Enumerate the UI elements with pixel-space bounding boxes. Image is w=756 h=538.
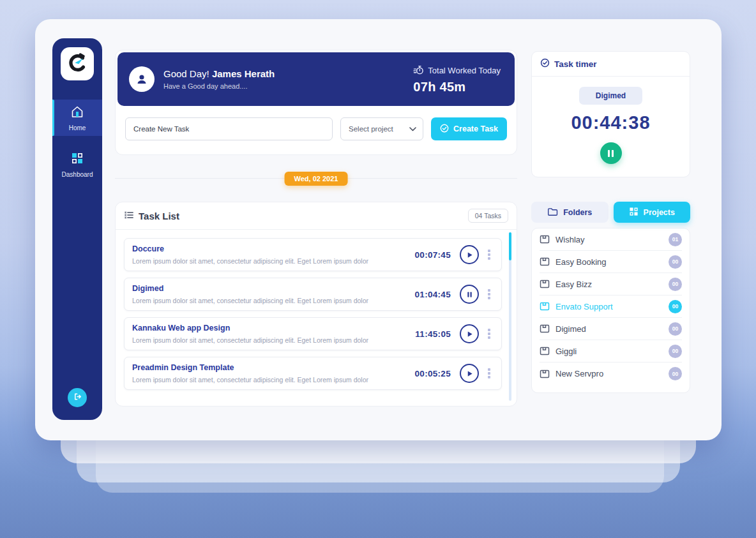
project-item[interactable]: Easy Bizz 00 xyxy=(540,273,682,295)
task-time: 01:04:45 xyxy=(415,290,451,299)
create-task-button[interactable]: Create Task xyxy=(431,117,507,140)
project-count-badge: 00 xyxy=(669,300,682,313)
logout-icon xyxy=(73,392,82,403)
task-menu-kebab-icon[interactable] xyxy=(485,329,494,339)
tab-projects[interactable]: Projects xyxy=(614,202,691,223)
project-name: Easy Bizz xyxy=(556,280,663,289)
welcome-card: Good Day! James Herath Have a Good day a… xyxy=(115,50,517,155)
sidebar-item-label: Home xyxy=(69,124,86,131)
project-box-icon xyxy=(540,369,550,379)
play-icon xyxy=(466,251,473,258)
create-task-button-label: Create Task xyxy=(453,124,498,133)
user-name: James Herath xyxy=(212,68,275,79)
app-logo[interactable] xyxy=(61,47,94,80)
task-info: Digimed Lorem ipsum dolor sit amet, cons… xyxy=(132,284,409,304)
project-count-badge: 01 xyxy=(669,233,682,246)
task-description: Lorem ipsum dolor sit amet, consectetur … xyxy=(132,297,409,304)
chevron-down-icon xyxy=(409,125,416,133)
project-select[interactable]: Select project xyxy=(340,117,423,140)
project-box-icon xyxy=(540,301,550,311)
project-item[interactable]: Giggli 00 xyxy=(540,340,682,362)
task-name: Doccure xyxy=(132,244,409,253)
dashboard-grid-icon xyxy=(70,151,84,168)
right-panel: Task timer Digimed 00:44:38 Folders xyxy=(531,51,690,393)
tab-folders[interactable]: Folders xyxy=(531,202,609,223)
project-count-badge: 00 xyxy=(669,345,682,358)
project-item[interactable]: Digimed 00 xyxy=(540,318,682,340)
play-icon xyxy=(466,331,473,338)
play-button[interactable] xyxy=(460,364,479,383)
task-list-header: Task List 04 Tasks xyxy=(116,202,517,230)
greeting-text: Good Day! xyxy=(163,68,209,79)
person-icon xyxy=(134,71,149,87)
logout-button[interactable] xyxy=(68,388,87,407)
task-list-card: Task List 04 Tasks Doccure Lorem ipsum d… xyxy=(115,202,517,407)
sidebar-nav: Home Dashboard xyxy=(52,100,102,193)
project-name: Digimed xyxy=(556,324,663,334)
task-menu-kebab-icon[interactable] xyxy=(485,368,494,378)
task-list-title-row: Task List xyxy=(124,210,179,222)
tab-folders-label: Folders xyxy=(563,208,592,217)
project-count-badge: 00 xyxy=(669,322,682,336)
play-button[interactable] xyxy=(460,245,479,264)
folder-icon xyxy=(547,207,558,218)
sidebar-item-home[interactable]: Home xyxy=(52,100,102,136)
sidebar-item-label: Dashboard xyxy=(62,171,93,178)
task-info: Doccure Lorem ipsum dolor sit amet, cons… xyxy=(132,244,409,265)
project-name: New Servpro xyxy=(556,369,663,378)
project-box-icon xyxy=(540,279,550,289)
timer-pause-button[interactable] xyxy=(600,142,622,164)
play-button[interactable] xyxy=(460,324,479,343)
list-icon xyxy=(124,210,134,222)
timer-project-badge: Digimed xyxy=(579,87,642,105)
task-row[interactable]: Digimed Lorem ipsum dolor sit amet, cons… xyxy=(124,278,502,311)
greeting-subtitle: Have a Good day ahead.... xyxy=(163,82,413,90)
pause-button[interactable] xyxy=(460,285,479,304)
task-time: 11:45:05 xyxy=(415,329,451,339)
task-row[interactable]: Doccure Lorem ipsum dolor sit amet, cons… xyxy=(124,238,502,271)
task-description: Lorem ipsum dolor sit amet, consectetur … xyxy=(132,257,409,265)
project-box-icon xyxy=(540,324,550,334)
task-row[interactable]: Preadmin Design Template Lorem ipsum dol… xyxy=(124,357,502,390)
task-menu-kebab-icon[interactable] xyxy=(485,250,494,260)
greeting-banner: Good Day! James Herath Have a Good day a… xyxy=(117,52,515,106)
task-row[interactable]: Kannaku Web app Design Lorem ipsum dolor… xyxy=(124,317,502,350)
task-list-scrollbar[interactable] xyxy=(509,232,511,401)
task-timer-title: Task timer xyxy=(554,59,597,69)
home-icon xyxy=(70,105,84,121)
create-task-row: Select project Create Task xyxy=(117,106,515,154)
task-list-title: Task List xyxy=(139,211,179,221)
project-name: Giggli xyxy=(556,347,663,356)
task-timer-body: Digimed 00:44:38 xyxy=(532,77,690,177)
check-circle-icon xyxy=(540,58,550,70)
scrollbar-thumb[interactable] xyxy=(509,232,511,260)
task-timer-header: Task timer xyxy=(532,52,690,77)
task-name: Preadmin Design Template xyxy=(132,363,409,372)
project-item[interactable]: Easy Booking 00 xyxy=(540,251,682,273)
new-task-input[interactable] xyxy=(125,117,333,140)
tab-projects-label: Projects xyxy=(644,208,675,217)
project-item[interactable]: Wishlay 01 xyxy=(540,228,682,251)
task-menu-kebab-icon[interactable] xyxy=(485,289,494,299)
app-window: Home Dashboard xyxy=(35,19,722,440)
task-time: 00:05:25 xyxy=(415,369,451,378)
task-time: 00:07:45 xyxy=(415,250,451,260)
project-name: Envato Support xyxy=(556,302,663,311)
task-description: Lorem ipsum dolor sit amet, consectetur … xyxy=(132,376,409,384)
projects-list-card: Wishlay 01 Easy Booking 00 Easy Bizz 00 xyxy=(531,228,690,393)
greeting-line: Good Day! James Herath xyxy=(163,68,413,79)
stopwatch-lines-icon xyxy=(413,64,424,77)
project-box-icon xyxy=(540,346,550,356)
user-avatar[interactable] xyxy=(129,66,155,92)
project-item-selected[interactable]: Envato Support 00 xyxy=(540,295,682,318)
project-item[interactable]: New Servpro 00 xyxy=(540,362,682,385)
task-list-body: Doccure Lorem ipsum dolor sit amet, cons… xyxy=(116,230,517,406)
sidebar-item-dashboard[interactable]: Dashboard xyxy=(52,146,102,183)
task-description: Lorem ipsum dolor sit amet, consectetur … xyxy=(132,336,409,344)
play-icon xyxy=(466,370,473,377)
grid-icon xyxy=(629,207,639,218)
project-box-icon xyxy=(540,257,550,267)
task-info: Kannaku Web app Design Lorem ipsum dolor… xyxy=(132,324,409,344)
project-count-badge: 00 xyxy=(669,367,682,380)
date-badge: Wed, 02 2021 xyxy=(285,172,348,186)
